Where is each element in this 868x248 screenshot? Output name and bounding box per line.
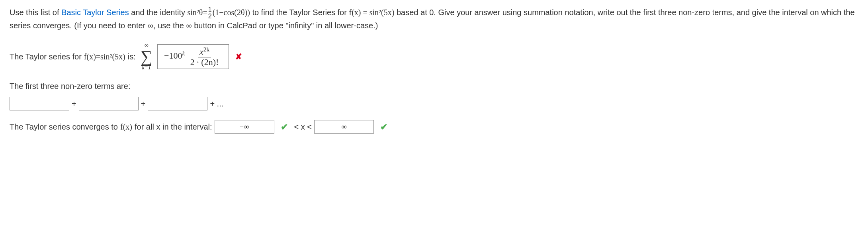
interval-lower-input[interactable]	[215, 120, 274, 134]
check-icon-2: ✔	[380, 120, 387, 134]
wrong-icon: ✘	[235, 51, 242, 63]
series-answer-box[interactable]: −100k x2k 2 · (2n)!	[157, 44, 229, 69]
plus-2: +	[141, 98, 146, 110]
interval-label-1: The Taylor series converges to	[10, 121, 118, 133]
term-1-input[interactable]	[10, 97, 69, 110]
terms-label: The first three non-zero terms are:	[10, 80, 858, 92]
term-2-input[interactable]	[79, 97, 139, 110]
check-icon-1: ✔	[281, 120, 288, 134]
interval-fx: f(x)	[120, 121, 132, 133]
identity-fraction: 1 2	[207, 6, 213, 20]
basic-taylor-series-link[interactable]: Basic Taylor Series	[61, 8, 129, 17]
question-prompt: Use this list of Basic Taylor Series and…	[10, 6, 858, 31]
prompt-text-1: Use this list of	[10, 8, 61, 17]
series-label-2: is:	[128, 51, 136, 63]
term-3-input[interactable]	[148, 97, 207, 110]
ellipsis: + ...	[210, 98, 223, 110]
series-fx: f(x)=sin²(5x)	[84, 51, 125, 63]
interval-label-2: for all x in the interval:	[135, 121, 212, 133]
summation-symbol: ∞ ∑ k=1	[141, 43, 152, 71]
interval-upper-input[interactable]	[314, 120, 374, 134]
plus-1: +	[72, 98, 76, 110]
identity-rhs: (1−cos(2θ))	[213, 8, 250, 17]
identity-lhs: sin²θ=	[188, 8, 207, 17]
interval-row: The Taylor series converges to f(x) for …	[10, 120, 858, 134]
prompt-text-3: to find the Taylor Series for	[252, 8, 349, 17]
prompt-text-2: and the identity	[131, 8, 187, 17]
taylor-series-row: The Taylor series for f(x)=sin²(5x) is: …	[10, 43, 858, 71]
terms-row: + + + ...	[10, 97, 858, 110]
fx-definition: f(x) = sin²(5x)	[349, 8, 394, 17]
interval-between: < x <	[294, 121, 312, 133]
series-label-1: The Taylor series for	[10, 51, 82, 63]
